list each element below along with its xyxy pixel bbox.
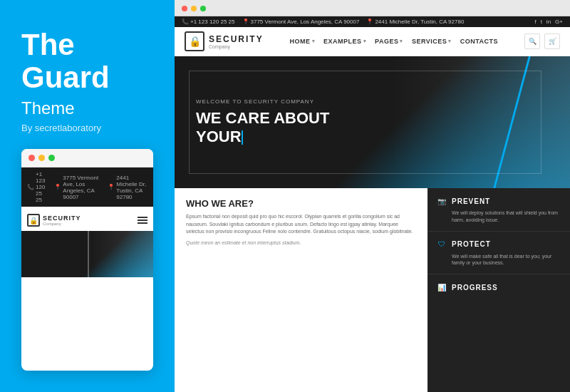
cursor-blink <box>242 130 243 145</box>
hero-background-image <box>392 56 570 188</box>
preview-card: 📞 +1 123 120 25 25 📍 3775 Vermont Ave, L… <box>21 149 153 371</box>
preview-logo: 🔒 SECURITY Company <box>27 214 81 227</box>
nav-logo-texts: SECURITY Company <box>209 34 264 49</box>
nav-cart-button[interactable]: 🛒 <box>544 33 560 49</box>
sidebar-prevent-title: PREVENT <box>452 197 490 205</box>
nav-logo-main: SECURITY <box>209 34 264 44</box>
theme-subtitle: Theme <box>21 98 153 118</box>
sidebar-progress-title: PROGRESS <box>452 284 498 292</box>
nav-icons: 🔍 🛒 <box>524 33 560 49</box>
who-text: Epsum factorial non deposit quid pro quo… <box>186 213 416 236</box>
sidebar-prevent: 📷 PREVENT We will deploy solutions that … <box>428 188 570 232</box>
browser-close[interactable] <box>182 6 187 11</box>
theme-title: The Guard <box>21 29 153 94</box>
social-facebook[interactable]: f <box>534 19 536 25</box>
preview-titlebar <box>21 149 153 167</box>
protect-icon: 🛡 <box>436 239 447 250</box>
info-bar-right: f t in G+ <box>534 19 563 25</box>
browser-maximize[interactable] <box>200 6 206 11</box>
who-title: WHO WE ARE? <box>186 198 416 209</box>
nav-logo: 🔒 SECURITY Company <box>185 31 264 51</box>
nav-logo-sub: Company <box>209 44 264 49</box>
preview-nav: 🔒 SECURITY Company <box>21 210 153 231</box>
who-quote: Quote meon an estimate et non interruptu… <box>186 240 416 245</box>
right-panel: 📞 +1 123 120 25 25 📍 3775 Vermont Ave, L… <box>175 0 570 392</box>
prevent-icon: 📷 <box>436 195 447 207</box>
sidebar-progress-header: 📊 PROGRESS <box>436 282 561 293</box>
progress-icon: 📊 <box>436 282 447 293</box>
preview-addr2: 📍 2441 Michelle Dr, Tustin, CA 92780 <box>108 175 147 200</box>
sidebar-prevent-header: 📷 PREVENT <box>436 195 561 207</box>
info-bar-left: 📞 +1 123 120 25 25 📍 3775 Vermont Ave, L… <box>182 19 464 25</box>
nav-search-button[interactable]: 🔍 <box>524 33 540 49</box>
browser-chrome <box>175 0 570 16</box>
nav-examples[interactable]: EXAMPLES ▾ <box>323 38 366 45</box>
website-preview: 📞 +1 123 120 25 25 📍 3775 Vermont Ave, L… <box>175 16 570 392</box>
sidebar-progress: 📊 PROGRESS <box>428 274 570 303</box>
nav-home[interactable]: HOME ▾ <box>290 38 316 45</box>
preview-hero <box>21 231 153 277</box>
nav-bar: 🔒 SECURITY Company HOME ▾ EXAMPLES ▾ PAG… <box>175 27 570 56</box>
social-googleplus[interactable]: G+ <box>555 19 563 25</box>
nav-services[interactable]: SERVICES ▾ <box>412 38 452 45</box>
sidebar-protect-text: We will make safe all that is dear to yo… <box>452 253 561 267</box>
hero-welcome-text: WELCOME TO SECURITY COMPANY <box>196 98 329 105</box>
sidebar-protect-title: PROTECT <box>452 240 491 248</box>
preview-logo-icon: 🔒 <box>27 214 40 227</box>
main-content: WHO WE ARE? Epsum factorial non deposit … <box>175 188 428 392</box>
theme-by: By secretlaboratory <box>21 123 153 133</box>
left-panel: The Guard Theme By secretlaboratory 📞 +1… <box>0 0 175 392</box>
preview-hero-image <box>88 231 154 277</box>
nav-logo-icon: 🔒 <box>185 31 204 51</box>
preview-logo-sub: Company <box>43 222 81 226</box>
dot-green <box>48 155 55 161</box>
preview-topbar: 📞 +1 123 120 25 25 📍 3775 Vermont Ave, L… <box>21 167 153 207</box>
preview-hamburger[interactable] <box>138 217 147 224</box>
info-addr1: 📍 3775 Vermont Ave, Los Angeles, CA 9000… <box>242 19 360 25</box>
nav-pages[interactable]: PAGES ▾ <box>375 38 403 45</box>
hero-content: WELCOME TO SECURITY COMPANY WE CARE ABOU… <box>175 84 351 161</box>
preview-phone: 📞 +1 123 120 25 25 <box>27 171 48 203</box>
info-phone: 📞 +1 123 120 25 25 <box>182 19 235 25</box>
nav-menu: HOME ▾ EXAMPLES ▾ PAGES ▾ SERVICES ▾ CON… <box>290 38 499 45</box>
content-area: WHO WE ARE? Epsum factorial non deposit … <box>175 188 570 392</box>
info-bar: 📞 +1 123 120 25 25 📍 3775 Vermont Ave, L… <box>175 16 570 27</box>
info-addr2: 📍 2441 Michelle Dr, Tustin, CA 92780 <box>366 19 464 25</box>
sidebar-content: 📷 PREVENT We will deploy solutions that … <box>428 188 570 392</box>
sidebar-prevent-text: We will deploy solutions that will shiel… <box>452 210 561 224</box>
hero-section: WELCOME TO SECURITY COMPANY WE CARE ABOU… <box>175 56 570 188</box>
hero-title: WE CARE ABOUT YOUR <box>196 109 329 147</box>
preview-addr1: 📍 3775 Vermont Ave, Los Angeles, CA 9000… <box>54 175 102 200</box>
nav-contacts[interactable]: CONTACTS <box>460 38 498 45</box>
social-twitter[interactable]: t <box>541 19 542 25</box>
sidebar-protect-header: 🛡 PROTECT <box>436 239 561 250</box>
dot-yellow <box>38 155 45 161</box>
preview-logo-text: SECURITY <box>43 215 81 222</box>
dot-red <box>28 155 35 161</box>
browser-minimize[interactable] <box>191 6 197 11</box>
sidebar-protect: 🛡 PROTECT We will make safe all that is … <box>428 232 570 275</box>
social-linkedin[interactable]: in <box>546 19 551 25</box>
